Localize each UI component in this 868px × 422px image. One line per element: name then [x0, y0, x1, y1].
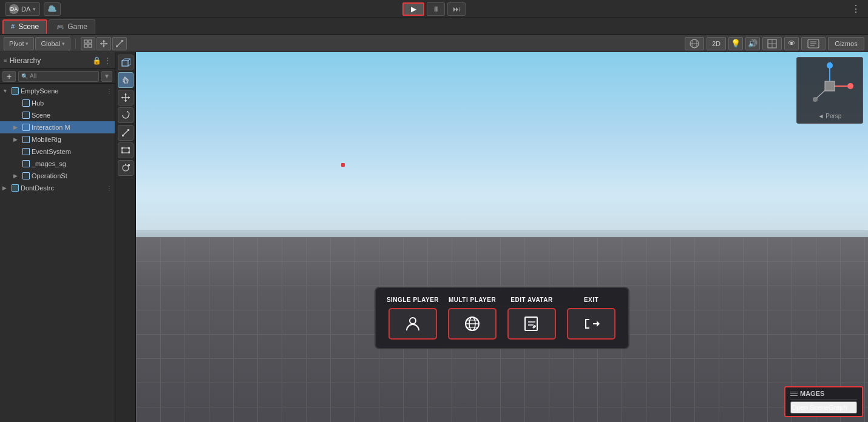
edit-avatar-button[interactable]: EDIT AVATAR — [504, 296, 559, 340]
svg-marker-34 — [128, 96, 130, 99]
svg-rect-3 — [89, 44, 92, 47]
tree-label-interaction: Interaction M — [32, 124, 70, 131]
scene-tab-label: Scene — [18, 22, 39, 31]
tree-item-scene[interactable]: Scene — [0, 109, 115, 121]
hierarchy-search-box[interactable]: 🔍 All — [18, 71, 99, 82]
svg-marker-31 — [124, 93, 127, 95]
tool-move[interactable] — [97, 37, 111, 50]
top-bar: DA DA ▾ ▶ ⏸ ⏭ ⋮ — [0, 0, 868, 18]
tree-arrow-emptyscene: ▼ — [2, 88, 10, 94]
gizmo-rect-btn[interactable] — [118, 142, 134, 158]
audio-btn[interactable]: 🔊 — [745, 37, 760, 50]
tab-scene[interactable]: # Scene — [2, 19, 47, 34]
tree-item-dontdestrc[interactable]: ▶ DontDestrc ⋮ — [0, 182, 115, 194]
gizmo-tools — [81, 37, 127, 50]
toolbar-right-group: 2D 💡 🔊 👁 Gizmos — [685, 37, 864, 50]
open-scene-graph-button[interactable]: Open SceneGraph — [790, 401, 857, 414]
gizmo-transform-btn[interactable] — [118, 160, 134, 176]
pause-button[interactable]: ⏸ — [427, 2, 445, 16]
hierarchy-toolbar: + 🔍 All ▼ — [0, 69, 115, 84]
svg-rect-1 — [89, 40, 92, 43]
scene-tab-icon: # — [11, 23, 15, 30]
user-name-label: DA — [21, 5, 30, 13]
red-dot-marker — [341, 163, 345, 167]
cloud-button[interactable] — [44, 2, 61, 16]
edit-avatar-label: EDIT AVATAR — [510, 296, 552, 303]
mages-title: MAGES — [790, 390, 857, 400]
tree-arrow-dontdestrc: ▶ — [2, 185, 10, 191]
tree-item-emptyscene[interactable]: ▼ EmptyScene ⋮ — [0, 85, 115, 97]
top-bar-left: DA DA ▾ — [5, 2, 61, 16]
svg-marker-33 — [121, 96, 123, 99]
gizmo-toolbar — [115, 52, 136, 422]
multi-player-button[interactable]: MULTI PLAYER — [445, 296, 500, 340]
sky-background — [136, 52, 868, 256]
tool-rect[interactable] — [81, 37, 95, 50]
play-button[interactable]: ▶ — [402, 2, 424, 16]
multi-player-box — [448, 308, 497, 340]
tree-label-eventsystem: EventSystem — [32, 148, 71, 155]
svg-text:Y: Y — [828, 62, 832, 66]
tree-item-mages-sg[interactable]: _mages_sg — [0, 158, 115, 170]
top-bar-right: ⋮ — [849, 3, 863, 15]
hierarchy-tree: ▼ EmptyScene ⋮ Hub Scene — [0, 84, 115, 422]
user-dropdown-arrow: ▾ — [33, 6, 36, 12]
svg-rect-2 — [84, 44, 87, 47]
view-sphere-btn[interactable] — [685, 37, 704, 50]
gizmo-move-btn[interactable] — [118, 90, 134, 106]
exit-button[interactable]: EXIT — [564, 296, 619, 340]
tool-scale[interactable] — [112, 37, 127, 50]
tree-item-mobilerig[interactable]: ▶ MobileRig — [0, 133, 115, 146]
single-player-button[interactable]: SINGLE PLAYER — [385, 296, 440, 340]
tree-label-mages-sg: _mages_sg — [32, 160, 66, 167]
compass-persp-label: ◄ Persp — [818, 113, 842, 119]
hierarchy-more-icon[interactable]: ⋮ — [104, 56, 111, 65]
svg-rect-23 — [122, 61, 128, 66]
gizmo-cube-btn[interactable] — [118, 55, 134, 70]
gizmo-rotate-btn[interactable] — [118, 107, 134, 123]
svg-rect-43 — [128, 152, 130, 153]
gizmo-scale-btn[interactable] — [118, 125, 134, 141]
scene-viewport[interactable]: SINGLE PLAYER MULTI PLAYER — [115, 52, 868, 422]
edit-avatar-box — [507, 308, 556, 340]
pivot-button[interactable]: Pivot — [4, 37, 34, 50]
user-avatar-button[interactable]: DA DA ▾ — [5, 2, 40, 16]
twod-button[interactable]: 2D — [707, 37, 726, 50]
tree-arrow-interaction: ▶ — [13, 124, 21, 130]
topbar-more-button[interactable]: ⋮ — [849, 3, 863, 15]
gizmos-btn[interactable]: Gizmos — [828, 37, 864, 50]
light-btn[interactable]: 💡 — [728, 37, 743, 50]
global-button[interactable]: Global — [35, 37, 70, 50]
hierarchy-filter-button[interactable]: ▼ — [101, 71, 112, 82]
svg-marker-9 — [106, 42, 107, 45]
gizmo-compass[interactable]: Y X ◄ Persp — [796, 57, 863, 124]
svg-point-65 — [813, 97, 818, 102]
hierarchy-header: ≡ Hierarchy 🔒 ⋮ — [0, 52, 115, 69]
overlay-btn[interactable] — [801, 37, 826, 50]
render-btn[interactable] — [762, 37, 782, 50]
svg-rect-48 — [128, 164, 130, 166]
tab-game[interactable]: 🎮 Game — [49, 19, 95, 34]
svg-line-38 — [123, 130, 128, 136]
step-button[interactable]: ⏭ — [447, 2, 466, 16]
tree-item-hub[interactable]: Hub — [0, 97, 115, 109]
hierarchy-add-button[interactable]: + — [2, 71, 16, 82]
single-player-icon — [404, 315, 422, 333]
tree-more-dontdestrc[interactable]: ⋮ — [106, 185, 112, 192]
tree-item-interaction[interactable]: ▶ Interaction M — [0, 121, 115, 133]
hierarchy-lock-icon[interactable]: 🔒 — [92, 56, 101, 65]
compass-svg: Y X — [805, 62, 854, 110]
compass-inner: Y X — [805, 62, 854, 110]
tree-item-operationst[interactable]: ▶ OperationSt — [0, 170, 115, 182]
tree-icon-eventsystem — [22, 147, 30, 156]
playback-controls: ▶ ⏸ ⏭ — [402, 2, 466, 16]
game-menu-panel: SINGLE PLAYER MULTI PLAYER — [375, 287, 629, 349]
hierarchy-header-icons: 🔒 ⋮ — [92, 56, 111, 65]
user-avatar-icon: DA — [9, 4, 19, 14]
tree-item-eventsystem[interactable]: EventSystem — [0, 146, 115, 158]
tree-more-emptyscene[interactable]: ⋮ — [106, 88, 112, 95]
cloud-icon — [47, 5, 57, 13]
svg-rect-12 — [116, 45, 118, 47]
visibility-btn[interactable]: 👁 — [784, 37, 799, 50]
gizmo-hand-btn[interactable] — [118, 72, 134, 88]
